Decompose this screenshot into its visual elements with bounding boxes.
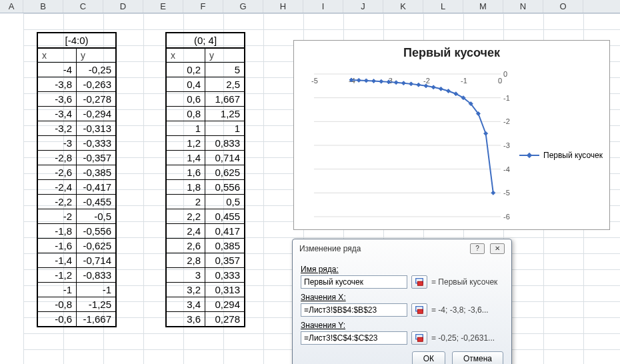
col-head-M[interactable]: M: [463, 0, 503, 13]
cell-x[interactable]: 2,2: [167, 209, 205, 223]
cell-y[interactable]: 0,714: [205, 151, 244, 165]
table-row[interactable]: 0,42,5: [167, 77, 244, 92]
cell-x[interactable]: -1: [38, 283, 77, 297]
table-row[interactable]: 0,81,25: [167, 107, 244, 121]
cell-y[interactable]: -0,357: [77, 151, 115, 165]
cell-y[interactable]: 0,833: [205, 136, 244, 150]
table-row[interactable]: -1-1: [38, 283, 115, 297]
series-name-input[interactable]: [301, 275, 407, 289]
table-row[interactable]: 2,40,417: [167, 224, 244, 239]
table-row[interactable]: 1,40,714: [167, 151, 244, 165]
x-values-input[interactable]: [301, 303, 407, 317]
cell-x[interactable]: 1,4: [167, 151, 205, 165]
table-row[interactable]: -1,6-0,625: [38, 239, 115, 253]
cell-y[interactable]: -0,455: [77, 195, 115, 209]
table-row[interactable]: 30,333: [167, 268, 244, 283]
cell-y[interactable]: 0,625: [205, 165, 244, 179]
col-head-B[interactable]: B: [23, 0, 63, 13]
cell-y[interactable]: -0,385: [77, 165, 115, 179]
col-head-A[interactable]: A: [0, 0, 23, 13]
cell-x[interactable]: -2: [38, 209, 77, 223]
table-row[interactable]: -0,8-1,25: [38, 297, 115, 312]
cell-x[interactable]: -1,2: [38, 268, 77, 282]
cell-x[interactable]: 2,4: [167, 224, 205, 238]
table-row[interactable]: 2,80,357: [167, 253, 244, 268]
cell-y[interactable]: -1: [77, 283, 115, 297]
col-head-G[interactable]: G: [223, 0, 263, 13]
cell-x[interactable]: -1,6: [38, 239, 77, 253]
cell-x[interactable]: 1: [167, 121, 205, 135]
col-head-L[interactable]: L: [423, 0, 463, 13]
cell-y[interactable]: 2,5: [205, 77, 244, 91]
table-row[interactable]: 0,25: [167, 63, 244, 77]
cell-y[interactable]: 1: [205, 121, 244, 135]
cell-y[interactable]: -0,714: [77, 253, 115, 267]
cell-x[interactable]: 0,6: [167, 92, 205, 106]
cell-x[interactable]: -3,4: [38, 107, 77, 121]
col-head-F[interactable]: F: [183, 0, 223, 13]
col-head-O[interactable]: O: [543, 0, 583, 13]
cell-y[interactable]: -0,5: [77, 209, 115, 223]
cell-x[interactable]: -2,4: [38, 180, 77, 194]
cell-x[interactable]: -2,6: [38, 165, 77, 179]
range-select-button[interactable]: [411, 331, 427, 345]
cell-y[interactable]: 1,25: [205, 107, 244, 121]
close-button[interactable]: ✕: [490, 243, 505, 254]
ok-button[interactable]: ОК: [412, 351, 445, 364]
cell-x[interactable]: -1,8: [38, 224, 77, 238]
table-row[interactable]: 20,5: [167, 195, 244, 209]
table-row[interactable]: -2,6-0,385: [38, 165, 115, 180]
cell-y[interactable]: -0,313: [77, 121, 115, 135]
cell-y[interactable]: 0,5: [205, 195, 244, 209]
col-head-I[interactable]: I: [303, 0, 343, 13]
table-row[interactable]: -2,8-0,357: [38, 151, 115, 165]
cell-x[interactable]: -3,6: [38, 92, 77, 106]
cell-y[interactable]: -0,556: [77, 224, 115, 238]
table-row[interactable]: 11: [167, 121, 244, 136]
cell-y[interactable]: 0,556: [205, 180, 244, 194]
cell-y[interactable]: 0,294: [205, 297, 244, 311]
cell-y[interactable]: -0,333: [77, 136, 115, 150]
cell-x[interactable]: -3,8: [38, 77, 77, 91]
cell-x[interactable]: -3,2: [38, 121, 77, 135]
cell-x[interactable]: 3,2: [167, 283, 205, 297]
cell-y[interactable]: -1,25: [77, 297, 115, 311]
table-row[interactable]: 2,60,385: [167, 239, 244, 253]
cell-y[interactable]: -0,278: [77, 92, 115, 106]
cell-x[interactable]: 1,2: [167, 136, 205, 150]
cell-x[interactable]: 0,8: [167, 107, 205, 121]
col-head-K[interactable]: K: [383, 0, 423, 13]
table-row[interactable]: 1,80,556: [167, 180, 244, 195]
cell-x[interactable]: 2: [167, 195, 205, 209]
cell-y[interactable]: 0,385: [205, 239, 244, 253]
col-head-N[interactable]: N: [503, 0, 543, 13]
cell-y[interactable]: 0,357: [205, 253, 244, 267]
range-select-button[interactable]: [411, 275, 427, 289]
cell-y[interactable]: 0,417: [205, 224, 244, 238]
cell-x[interactable]: 1,6: [167, 165, 205, 179]
table-row[interactable]: -1,2-0,833: [38, 268, 115, 283]
cell-x[interactable]: -2,8: [38, 151, 77, 165]
cancel-button[interactable]: Отмена: [452, 351, 503, 364]
table-row[interactable]: 0,61,667: [167, 92, 244, 107]
cell-y[interactable]: -0,833: [77, 268, 115, 282]
cell-x[interactable]: -2,2: [38, 195, 77, 209]
cell-x[interactable]: 3,6: [167, 312, 205, 326]
cell-x[interactable]: -0,6: [38, 312, 77, 326]
cell-y[interactable]: 1,667: [205, 92, 244, 106]
cell-y[interactable]: 0,313: [205, 283, 244, 297]
cell-x[interactable]: 3: [167, 268, 205, 282]
cell-x[interactable]: -1,4: [38, 253, 77, 267]
table-row[interactable]: -2,2-0,455: [38, 195, 115, 209]
cell-x[interactable]: 3,4: [167, 297, 205, 311]
cell-x[interactable]: -4: [38, 63, 77, 77]
table-row[interactable]: 1,20,833: [167, 136, 244, 151]
table-row[interactable]: -2-0,5: [38, 209, 115, 224]
table-row[interactable]: -4-0,25: [38, 63, 115, 77]
col-head-C[interactable]: C: [63, 0, 103, 13]
cell-y[interactable]: -1,667: [77, 312, 115, 326]
cell-x[interactable]: 1,8: [167, 180, 205, 194]
cell-y[interactable]: -0,294: [77, 107, 115, 121]
table-row[interactable]: 3,20,313: [167, 283, 244, 297]
table-row[interactable]: -3,8-0,263: [38, 77, 115, 92]
